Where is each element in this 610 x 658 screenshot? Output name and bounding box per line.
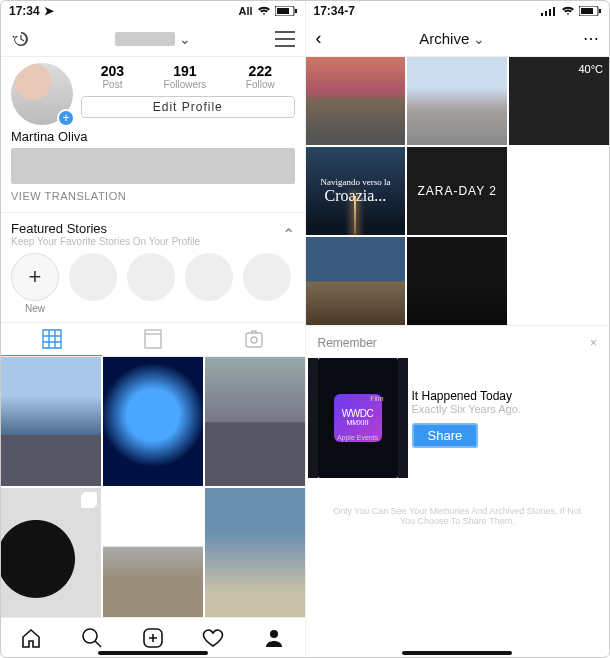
svg-point-5 (251, 337, 257, 343)
archive-tile[interactable] (407, 57, 507, 145)
archive-tile[interactable] (306, 237, 406, 325)
archive-tile-empty (509, 147, 609, 235)
post-thumb[interactable] (205, 488, 305, 617)
more-icon[interactable]: ⋯ (583, 29, 599, 48)
post-thumb[interactable] (1, 357, 101, 486)
nav-new-post-icon[interactable] (142, 627, 164, 649)
close-icon[interactable]: × (590, 336, 597, 350)
svg-rect-3 (145, 330, 161, 348)
nav-search-icon[interactable] (81, 627, 103, 649)
status-time: 17:34 (9, 4, 40, 18)
status-network: All (238, 5, 252, 17)
bio-hidden (11, 148, 295, 184)
post-thumb[interactable] (103, 357, 203, 486)
home-indicator (98, 651, 208, 655)
archive-tile[interactable]: ZARA-DAY 2 (407, 147, 507, 235)
signal-icon (541, 6, 557, 16)
battery-icon (275, 6, 297, 16)
status-bar: 17:34-7 (306, 1, 610, 21)
archive-tile-empty (509, 237, 609, 325)
edit-profile-button[interactable]: Edit Profile (81, 96, 295, 118)
share-button[interactable]: Share (412, 423, 479, 448)
post-thumb[interactable] (205, 357, 305, 486)
menu-icon[interactable] (275, 31, 295, 47)
svg-rect-1 (295, 9, 297, 13)
archive-tile[interactable] (407, 237, 507, 325)
history-icon[interactable] (11, 29, 31, 49)
svg-rect-2 (277, 8, 289, 14)
memory-thumb[interactable]: Film WWDC MMXIII Apple Events (318, 358, 398, 478)
back-icon[interactable]: ‹ (316, 28, 322, 49)
tab-tagged[interactable] (203, 323, 304, 356)
highlight-placeholder (69, 253, 117, 314)
featured-stories-sub: Keep Your Favorite Stories On Your Profi… (11, 236, 200, 247)
stat-following[interactable]: 222 Follow (246, 63, 275, 90)
username-hidden (115, 32, 175, 46)
status-bar: 17:34 ➤ All (1, 1, 305, 21)
add-story-badge[interactable]: + (57, 109, 75, 127)
archive-grid: 40°C Navigando verso la Croazia... ZARA-… (306, 57, 610, 325)
wifi-icon (257, 6, 271, 16)
highlight-placeholder (243, 253, 291, 314)
svg-rect-14 (599, 9, 601, 13)
tab-grid[interactable] (1, 323, 102, 356)
svg-rect-10 (545, 11, 547, 16)
display-name: Martina Oliva (1, 129, 305, 144)
chevron-down-icon: ⌄ (473, 31, 485, 47)
nav-activity-icon[interactable] (202, 627, 224, 649)
tab-feed[interactable] (102, 323, 203, 356)
svg-rect-12 (553, 7, 555, 16)
memory-subtitle: Exactly Six Years Ago. (412, 403, 521, 415)
nav-profile-icon[interactable] (263, 627, 285, 649)
highlight-placeholder (185, 253, 233, 314)
archive-tile[interactable]: 40°C (509, 57, 609, 145)
archive-header: ‹ Archive ⌄ ⋯ (306, 21, 610, 57)
plus-icon: + (11, 253, 59, 301)
multi-post-icon (83, 492, 97, 506)
svg-rect-4 (246, 333, 262, 347)
stat-posts[interactable]: 203 Post (101, 63, 124, 90)
archive-tile[interactable]: Navigando verso la Croazia... (306, 147, 406, 235)
post-grid (1, 357, 305, 617)
nav-home-icon[interactable] (20, 627, 42, 649)
memories-footnote: Only You Can See Your Memories And Archi… (306, 488, 610, 534)
highlight-new[interactable]: + New (11, 253, 59, 314)
svg-rect-9 (541, 13, 543, 16)
remember-heading: Remember (318, 336, 377, 350)
remember-section: Remember × Film WWDC MMXIII Apple Events… (306, 325, 610, 488)
chevron-down-icon: ⌄ (179, 31, 191, 47)
svg-rect-11 (549, 9, 551, 16)
battery-icon (579, 6, 601, 16)
username-dropdown[interactable]: ⌄ (39, 31, 267, 47)
profile-header: ⌄ (1, 21, 305, 57)
svg-rect-15 (581, 8, 593, 14)
stat-followers[interactable]: 191 Followers (164, 63, 207, 90)
featured-stories-title: Featured Stories (11, 221, 200, 236)
wifi-icon (561, 6, 575, 16)
home-indicator (402, 651, 512, 655)
highlight-placeholder (127, 253, 175, 314)
status-time: 17:34-7 (314, 4, 355, 18)
view-translation-link[interactable]: VIEW TRANSLATION (1, 190, 305, 212)
memory-title: It Happened Today (412, 389, 521, 403)
post-thumb[interactable] (103, 488, 203, 617)
svg-point-8 (270, 630, 278, 638)
post-thumb[interactable] (1, 488, 101, 617)
collapse-featured-icon[interactable]: ⌃ (282, 225, 295, 244)
archive-title-dropdown[interactable]: Archive ⌄ (330, 30, 576, 47)
svg-point-6 (83, 629, 97, 643)
archive-tile[interactable] (306, 57, 406, 145)
location-icon: ➤ (44, 4, 54, 18)
